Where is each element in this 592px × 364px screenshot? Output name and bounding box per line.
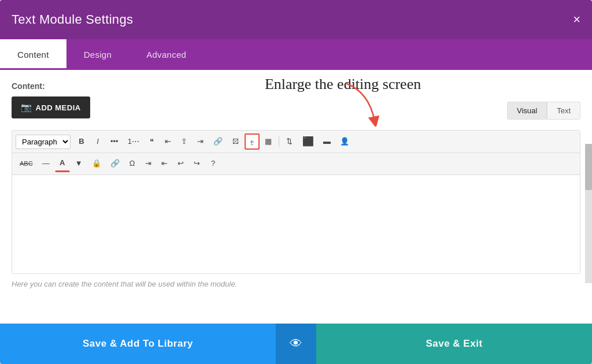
paragraph-select[interactable]: Paragraph [16,135,71,149]
bold-button[interactable]: B [74,134,89,149]
fullscreen-button[interactable]: ⨦ [245,133,260,150]
modal-footer: Save & Add To Library 👁 Save & Exit [0,324,592,364]
divi-layout-button[interactable]: ▬ [319,134,335,149]
view-toggle: Visual Text [507,102,580,120]
align-right-button[interactable]: ⇥ [193,134,208,149]
link-button[interactable]: 🔗 [209,134,227,149]
help-button[interactable]: ? [206,156,221,171]
scrollbar-track[interactable] [585,144,592,283]
ul-button[interactable]: ••• [106,134,123,149]
eye-icon: 👁 [290,336,302,351]
tabs-bar: Content Design Advanced [0,39,592,70]
modal-close-button[interactable]: × [573,13,580,26]
text-color-button[interactable]: A [55,155,70,172]
undo-button[interactable]: ↩ [173,156,188,171]
indent-less-button[interactable]: ⇤ [157,156,172,171]
add-media-button[interactable]: 📷 ADD MEDIA [12,96,90,118]
modal-container: Text Module Settings × Content Design Ad… [0,0,592,364]
tab-design[interactable]: Design [66,39,130,70]
ol-button[interactable]: 1⋯ [124,134,143,149]
blockquote-button[interactable]: ❝ [145,134,160,149]
insert-more-button[interactable]: ⇅ [282,134,297,149]
strikethrough-button[interactable]: ABC [16,157,37,170]
save-exit-button[interactable]: Save & Exit [316,324,592,364]
scrollbar-thumb[interactable] [585,144,592,190]
divi-modules-button[interactable]: ⬛ [298,133,318,150]
toolbar-row-2: ABC — A ▼ 🔒 🔗 Ω ⇥ ⇤ ↩ ↪ ? [12,153,580,174]
toolbar-row-1: Paragraph B I ••• 1⋯ ❝ ⇤ ⇧ ⇥ 🔗 ⛝ ⨦ ▦ ⇅ ⬛… [12,131,580,153]
content-label: Content: [12,81,580,91]
hr-button[interactable]: — [38,156,54,171]
editor-wrapper: Paragraph B I ••• 1⋯ ❝ ⇤ ⇧ ⇥ 🔗 ⛝ ⨦ ▦ ⇅ ⬛… [12,130,580,274]
editor-content[interactable] [12,175,580,273]
media-icon: 📷 [21,102,32,113]
lock-button[interactable]: 🔒 [88,156,105,171]
omega-button[interactable]: Ω [125,156,140,171]
eye-button[interactable]: 👁 [276,324,316,364]
toolbar-toggle-button[interactable]: ▦ [261,134,276,149]
save-library-button[interactable]: Save & Add To Library [0,324,276,364]
color-arrow-button[interactable]: ▼ [71,156,87,171]
align-left-button[interactable]: ⇤ [161,134,176,149]
modal-header: Text Module Settings × [0,0,592,39]
modal-body: Enlarge the editing screen Content: 📷 AD… [0,70,592,324]
link2-button[interactable]: 🔗 [106,156,124,171]
italic-button[interactable]: I [90,134,105,149]
toolbar-separator-1 [279,136,279,147]
modal-title: Text Module Settings [12,12,133,27]
text-toggle-button[interactable]: Text [547,102,580,120]
tab-advanced[interactable]: Advanced [129,39,204,70]
redo-button[interactable]: ↪ [190,156,205,171]
tab-content[interactable]: Content [0,39,66,70]
align-center-button[interactable]: ⇧ [177,134,192,149]
unlink-button[interactable]: ⛝ [228,134,243,149]
indent-more-button[interactable]: ⇥ [141,156,156,171]
visual-toggle-button[interactable]: Visual [507,102,547,120]
divi-person-button[interactable]: 👤 [336,134,353,149]
footer-hint: Here you can create the content that wil… [12,274,580,295]
